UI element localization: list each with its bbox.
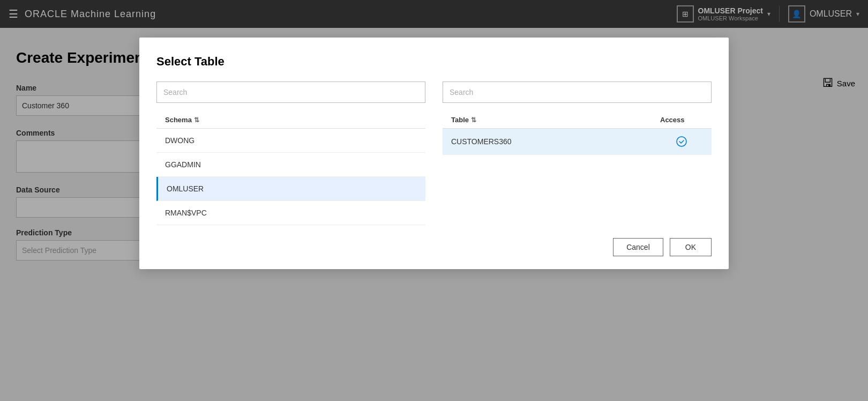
table-list: CUSTOMERS360	[443, 129, 712, 225]
table-column-header: Table ⇅ Access	[443, 112, 712, 129]
schema-column-header: Schema ⇅	[156, 112, 425, 129]
schema-row[interactable]: DWONG	[156, 129, 425, 153]
table-row-name: CUSTOMERS360	[451, 137, 660, 146]
schema-row[interactable]: RMAN$VPC	[156, 201, 425, 225]
ok-button[interactable]: OK	[670, 238, 712, 256]
schema-search-input[interactable]	[156, 81, 425, 103]
table-row[interactable]: CUSTOMERS360	[443, 129, 712, 155]
access-check-icon	[660, 136, 703, 147]
schema-sort-icon[interactable]: ⇅	[194, 116, 199, 124]
modal-body: Schema ⇅ DWONGGGADMINOMLUSERRMAN$VPC Tab…	[156, 81, 712, 225]
schema-list: DWONGGGADMINOMLUSERRMAN$VPC	[156, 129, 425, 225]
schema-col-label: Schema ⇅	[165, 116, 417, 124]
cancel-button[interactable]: Cancel	[613, 238, 663, 256]
table-panel: Table ⇅ Access CUSTOMERS360	[443, 81, 712, 225]
table-col-label: Table ⇅	[451, 116, 660, 124]
schema-row[interactable]: GGADMIN	[156, 153, 425, 177]
svg-point-0	[677, 137, 686, 146]
table-search-input[interactable]	[443, 81, 712, 103]
table-sort-icon[interactable]: ⇅	[471, 116, 476, 124]
select-table-modal: Select Table Schema ⇅ DWONGGGADMINOMLUSE…	[139, 38, 729, 269]
modal-title: Select Table	[156, 55, 712, 69]
schema-panel: Schema ⇅ DWONGGGADMINOMLUSERRMAN$VPC	[156, 81, 425, 225]
access-col-label: Access	[660, 116, 703, 124]
schema-row[interactable]: OMLUSER	[156, 177, 425, 201]
modal-overlay: Select Table Schema ⇅ DWONGGGADMINOMLUSE…	[0, 0, 868, 401]
modal-footer: Cancel OK	[156, 238, 712, 256]
